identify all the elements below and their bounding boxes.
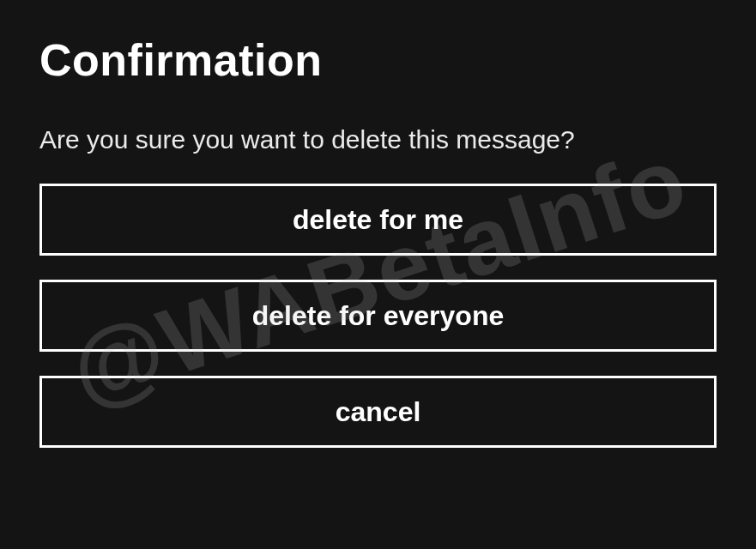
dialog-button-stack: delete for me delete for everyone cancel — [39, 184, 717, 448]
dialog-title: Confirmation — [39, 34, 717, 86]
dialog-message: Are you sure you want to delete this mes… — [39, 125, 717, 154]
delete-for-everyone-button[interactable]: delete for everyone — [39, 280, 717, 352]
cancel-button[interactable]: cancel — [39, 376, 717, 448]
delete-for-me-button[interactable]: delete for me — [39, 184, 717, 256]
confirmation-dialog: Confirmation Are you sure you want to de… — [0, 0, 756, 549]
